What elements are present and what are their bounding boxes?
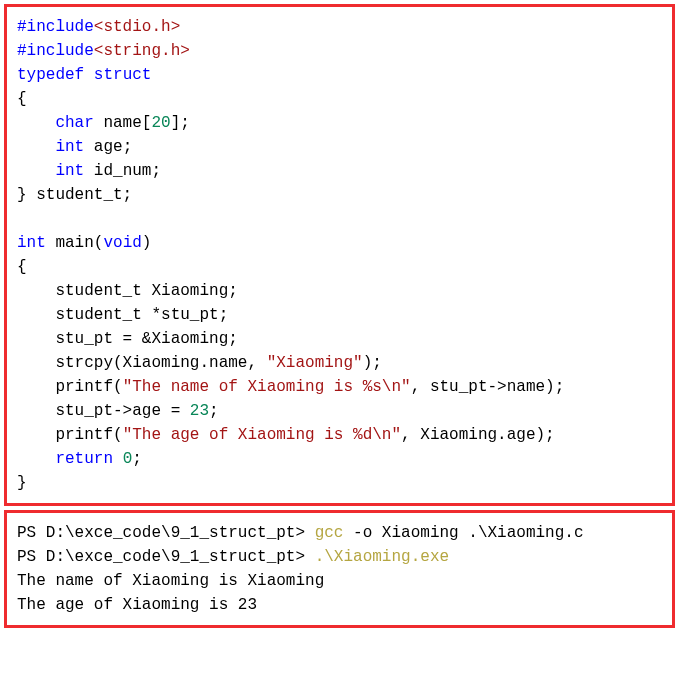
kw-struct: struct [94,66,152,84]
pp-include: #include [17,18,94,36]
brace-open: { [17,90,27,108]
ident-idnum: id_num; [84,162,161,180]
struct-close: } student_t; [17,186,132,204]
str-xiaoming: "Xiaoming" [267,354,363,372]
header-stdio: <stdio.h> [94,18,180,36]
decl-xiaoming: student_t Xiaoming; [17,282,238,300]
indent [17,162,55,180]
ident-name: name[ [94,114,152,132]
code-panel: #include<stdio.h> #include<string.h> typ… [4,4,675,506]
cmd-args: -o Xiaoming .\Xiaoming.c [353,524,583,542]
kw-void: void [103,234,141,252]
kw-int: int [55,138,84,156]
space [113,450,123,468]
brace-open: { [17,258,27,276]
num-23: 23 [190,402,209,420]
indent [17,450,55,468]
semicolon: ; [209,402,219,420]
cmd-gcc: gcc [315,524,353,542]
kw-return: return [55,450,113,468]
printf-call: printf( [17,426,123,444]
space [84,66,94,84]
ident-age: age; [84,138,132,156]
kw-int: int [55,162,84,180]
indent [17,138,55,156]
strcpy-end: ); [363,354,382,372]
paren-close: ) [142,234,152,252]
num-0: 0 [123,450,133,468]
printf-args: , Xiaoming.age); [401,426,555,444]
printf-args: , stu_pt->name); [411,378,565,396]
str-name-fmt: "The name of Xiaoming is %s\n" [123,378,411,396]
brace-close: } [17,474,27,492]
assign-age: stu_pt->age = [17,402,190,420]
header-string: <string.h> [94,42,190,60]
indent [17,114,55,132]
kw-int: int [17,234,46,252]
assign-stupt: stu_pt = &Xiaoming; [17,330,238,348]
decl-stupt: student_t *stu_pt; [17,306,228,324]
brackets: ]; [171,114,190,132]
kw-typedef: typedef [17,66,84,84]
str-age-fmt: "The age of Xiaoming is %d\n" [123,426,401,444]
output-line: The name of Xiaoming is Xiaoming [17,572,324,590]
func-main: main( [46,234,104,252]
num-20: 20 [151,114,170,132]
cmd-run: .\Xiaoming.exe [315,548,449,566]
ps-prompt: PS D:\exce_code\9_1_struct_pt> [17,524,315,542]
kw-char: char [55,114,93,132]
strcpy-call: strcpy(Xiaoming.name, [17,354,267,372]
terminal-panel: PS D:\exce_code\9_1_struct_pt> gcc -o Xi… [4,510,675,628]
ps-prompt: PS D:\exce_code\9_1_struct_pt> [17,548,315,566]
semicolon: ; [132,450,142,468]
output-line: The age of Xiaoming is 23 [17,596,257,614]
pp-include: #include [17,42,94,60]
printf-call: printf( [17,378,123,396]
